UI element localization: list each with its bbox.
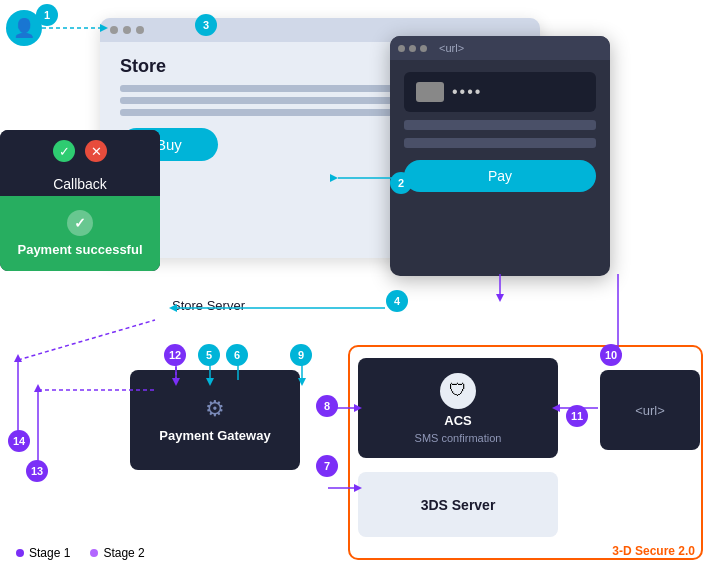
payment-popup: <url> •••• Pay [390,36,610,276]
acs-sublabel: SMS confirmation [415,432,502,444]
card-dots: •••• [452,83,482,101]
tds-server-box: 3DS Server [358,472,558,537]
card-chip [416,82,444,102]
callback-label: Callback [0,172,160,196]
payment-gateway-label: Payment Gateway [159,428,270,445]
payment-success: ✓ Payment successful [0,196,160,271]
pay-button[interactable]: Pay [404,160,596,192]
svg-marker-26 [34,384,42,392]
stage-2-dot [90,549,98,557]
badge-1: 1 [36,4,58,26]
input-line-2 [404,138,596,148]
secure-label: 3-D Secure 2.0 [612,544,695,558]
stage-2-label: Stage 2 [103,546,144,560]
success-check-icon: ✓ [67,210,93,236]
stage-2-item: Stage 2 [90,546,144,560]
badge-2: 2 [390,172,412,194]
store-server-label: Store Server [172,298,245,313]
popup-content: •••• Pay [390,60,610,204]
dot-3 [136,26,144,34]
popup-dot-1 [398,45,405,52]
stage-1-item: Stage 1 [16,546,70,560]
badge-9: 9 [290,344,312,366]
popup-dot-2 [409,45,416,52]
payment-gateway-box: ⚙ Payment Gateway [130,370,300,470]
callback-box: ✓ ✕ Callback ✓ Payment successful [0,130,160,271]
acs-shield-icon: 🛡 [440,373,476,409]
badge-5: 5 [198,344,220,366]
badge-11: 11 [566,405,588,427]
url-box: <url> [600,370,700,450]
badge-14: 14 [8,430,30,452]
badge-12: 12 [164,344,186,366]
stage-legend: Stage 1 Stage 2 [16,546,145,560]
badge-10: 10 [600,344,622,366]
popup-titlebar: <url> [390,36,610,60]
badge-3: 3 [195,14,217,36]
acs-box: 🛡 ACS SMS confirmation [358,358,558,458]
svg-line-30 [18,320,155,360]
url-label: <url> [635,403,665,418]
popup-dot-3 [420,45,427,52]
stage-1-dot [16,549,24,557]
server-icon: ⚙ [205,396,225,422]
check-icon: ✓ [53,140,75,162]
badge-8: 8 [316,395,338,417]
popup-url: <url> [439,42,464,54]
dot-2 [123,26,131,34]
x-icon: ✕ [85,140,107,162]
badge-6: 6 [226,344,248,366]
card-icon: •••• [404,72,596,112]
svg-marker-28 [14,354,22,362]
stage-1-label: Stage 1 [29,546,70,560]
badge-7: 7 [316,455,338,477]
dot-1 [110,26,118,34]
store-line-2 [120,97,420,104]
svg-marker-5 [496,294,504,302]
input-line-1 [404,120,596,130]
badge-4: 4 [386,290,408,312]
callback-header: ✓ ✕ [0,130,160,172]
badge-13: 13 [26,460,48,482]
acs-label: ACS [444,413,471,428]
tds-server-label: 3DS Server [421,497,496,513]
